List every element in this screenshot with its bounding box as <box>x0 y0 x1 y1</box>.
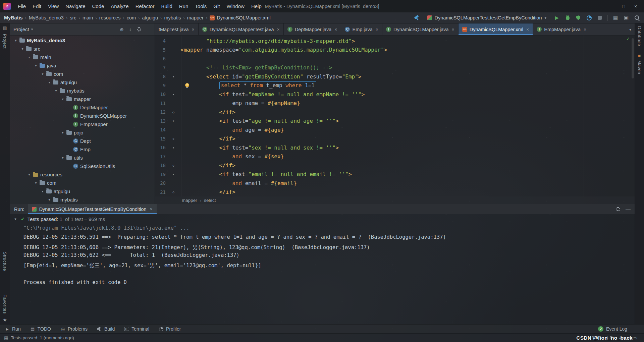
close-tab-icon[interactable]: × <box>376 27 378 32</box>
code-line[interactable]: 11 emp_name = #{empName} <box>155 99 635 108</box>
breadcrumb-item[interactable]: mybatis <box>164 15 181 20</box>
hide-panel-icon[interactable]: — <box>626 206 631 212</box>
toolwindow-switcher-icon[interactable]: ▦ <box>4 335 8 340</box>
toolwindow-button-run[interactable]: Run <box>5 326 21 332</box>
toolwindow-button-todo[interactable]: TODO <box>30 326 51 332</box>
gear-icon[interactable] <box>616 207 620 211</box>
fold-arrow-icon[interactable]: ▾ <box>166 119 180 123</box>
console-line[interactable]: DEBUG 12-05 21:13:05,622 <== Total: 1 (B… <box>23 252 635 261</box>
breadcrumb-item[interactable]: MyBatis_demo3 <box>29 15 64 20</box>
code-line[interactable]: 10▾ <if test="empName != null and empNam… <box>155 90 635 99</box>
breadcrumb-item[interactable]: MyBatis <box>4 15 23 20</box>
tool-windows-icon[interactable]: ▦ <box>612 15 619 21</box>
stop-button[interactable] <box>597 15 603 21</box>
fold-end-icon[interactable]: ◇ <box>166 190 180 194</box>
editor-tab[interactable]: IDeptMapper.java× <box>284 23 341 35</box>
menu-window[interactable]: Window <box>224 2 248 10</box>
tree-item[interactable]: IDynamicSQLMapper <box>10 112 155 120</box>
stripe-structure-button[interactable]: Structure <box>2 252 7 271</box>
stripe-database-button[interactable]: Database <box>637 26 642 46</box>
close-button[interactable]: × <box>631 4 641 9</box>
stripe-maven-button[interactable]: Maven <box>637 60 642 74</box>
debug-button[interactable] <box>565 15 571 21</box>
menu-tools[interactable]: Tools <box>192 2 210 10</box>
code-line[interactable]: 15◇ </if> <box>155 134 635 144</box>
close-icon[interactable]: × <box>150 207 153 212</box>
hide-panel-icon[interactable]: — <box>147 27 151 32</box>
code-line[interactable]: 6 <box>155 54 635 63</box>
code-line[interactable]: 4 "http://mybatis.org/dtd/mybatis-3-mapp… <box>155 37 635 46</box>
window-layout-icon[interactable]: ▣ <box>623 15 629 21</box>
tree-item[interactable]: CEmp <box>10 145 155 154</box>
console-line[interactable]: "C:\Program Files\Java\jdk1.8.0_131\bin\… <box>23 225 635 234</box>
fold-arrow-icon[interactable]: ▾ <box>166 146 180 150</box>
editor-tab[interactable]: CDynamicSQLMapperTest.java× <box>199 23 284 35</box>
tree-item[interactable]: ▾mapper <box>10 95 155 103</box>
run-button[interactable]: ▶ <box>554 15 560 21</box>
editor-tab[interactable]: tMapTest.java× <box>155 23 199 35</box>
menu-code[interactable]: Code <box>89 2 107 10</box>
inspections-ok-icon[interactable]: ✓ <box>626 36 630 41</box>
breadcrumb-file[interactable]: </>DynamicSQLMapper.xml <box>210 15 270 20</box>
coverage-button[interactable] <box>575 15 581 21</box>
profiler-button[interactable] <box>586 15 592 21</box>
run-tab[interactable]: DynamicSQLMapperTest.testGetEmpByConditi… <box>28 204 157 214</box>
event-log[interactable]: 2 Event Log <box>598 326 639 332</box>
breadcrumb-tag-mapper[interactable]: mapper <box>182 198 197 203</box>
editor-scrollbar[interactable] <box>632 38 634 78</box>
console-line[interactable]: Process finished with exit code 0 <box>23 279 635 288</box>
menu-file[interactable]: File <box>15 2 29 10</box>
fold-end-icon[interactable]: ◇ <box>166 164 180 167</box>
tree-item[interactable]: ▾src <box>10 45 155 53</box>
build-project-icon[interactable] <box>414 15 420 21</box>
editor-tab[interactable]: IDynamicSQLMapper.java× <box>382 23 459 35</box>
tree-item[interactable]: IEmpMapper <box>10 120 155 128</box>
tree-item[interactable]: ▾MyBatis_demo3 <box>10 36 155 45</box>
code-line[interactable]: 13▾ <if test="age != null and age != ''"… <box>155 117 635 126</box>
tree-item[interactable]: IDeptMapper <box>10 103 155 112</box>
tree-item[interactable]: CDept <box>10 137 155 145</box>
menu-edit[interactable]: Edit <box>30 2 44 10</box>
code-line[interactable]: 14 and age = #{age} <box>155 125 635 134</box>
menu-run[interactable]: Run <box>176 2 192 10</box>
editor-tab[interactable]: IEmpMapper.java× <box>533 23 590 35</box>
console-line[interactable]: DEBUG 12-05 21:13:05,591 ==> Preparing: … <box>23 234 635 243</box>
tree-item[interactable]: ▾mybatis <box>10 87 155 95</box>
toolwindow-button-terminal[interactable]: Terminal <box>124 326 149 332</box>
code-line[interactable]: 12◇ </if> <box>155 108 635 117</box>
intention-bulb-icon[interactable] <box>185 83 189 87</box>
tree-item[interactable]: ▾utils <box>10 154 155 162</box>
tree-item[interactable]: ▾com <box>10 179 155 187</box>
breadcrumb-item[interactable]: atguigu <box>142 15 158 20</box>
favorites-star-icon[interactable]: ★ <box>3 317 7 323</box>
tree-item[interactable]: ▾atguigu <box>10 187 155 195</box>
chevron-down-icon[interactable]: ▾ <box>13 217 18 221</box>
close-tab-icon[interactable]: × <box>526 27 529 32</box>
breadcrumb-item[interactable]: resources <box>99 15 121 20</box>
locate-file-icon[interactable]: ⊕ <box>120 27 124 32</box>
code-line[interactable]: 5<mapper namespace="com.atguigu.mybatis.… <box>155 46 635 55</box>
menu-navigate[interactable]: Navigate <box>62 2 88 10</box>
console-line[interactable]: [Emp{eid=1, empName='张三', age=21, sex='男… <box>23 261 635 270</box>
stripe-project-button[interactable]: Project <box>2 34 7 49</box>
toolwindow-button-problems[interactable]: Problems <box>60 326 88 332</box>
code-line[interactable]: 19▾ <if test="email != null and email !=… <box>155 170 635 179</box>
code-line[interactable]: 20 and email = #{email} <box>155 179 635 188</box>
code-line[interactable]: 9 select * from t_emp where 1=1 <box>155 81 635 90</box>
tree-item[interactable]: ▾com <box>10 70 155 78</box>
toolwindow-icon[interactable]: ▤ <box>3 25 7 31</box>
code-line[interactable]: 18◇ </if> <box>155 161 635 170</box>
tree-item[interactable]: ▾atguigu <box>10 78 155 87</box>
close-tab-icon[interactable]: × <box>192 27 194 32</box>
tab-list-chevron-icon[interactable]: ▾ <box>626 27 635 32</box>
breadcrumb-item[interactable]: mapper <box>187 15 204 20</box>
maximize-button[interactable]: □ <box>619 4 629 9</box>
toolwindow-button-build[interactable]: Build <box>97 326 115 332</box>
breadcrumb-item[interactable]: main <box>83 15 93 20</box>
close-tab-icon[interactable]: × <box>584 27 586 32</box>
close-tab-icon[interactable]: × <box>452 27 454 32</box>
code-line[interactable]: 17 and sex = #{sex} <box>155 152 635 161</box>
project-view-selector[interactable]: Project <box>13 26 29 32</box>
tree-item[interactable]: ▾main <box>10 53 155 61</box>
breadcrumb-item[interactable]: src <box>70 15 76 20</box>
